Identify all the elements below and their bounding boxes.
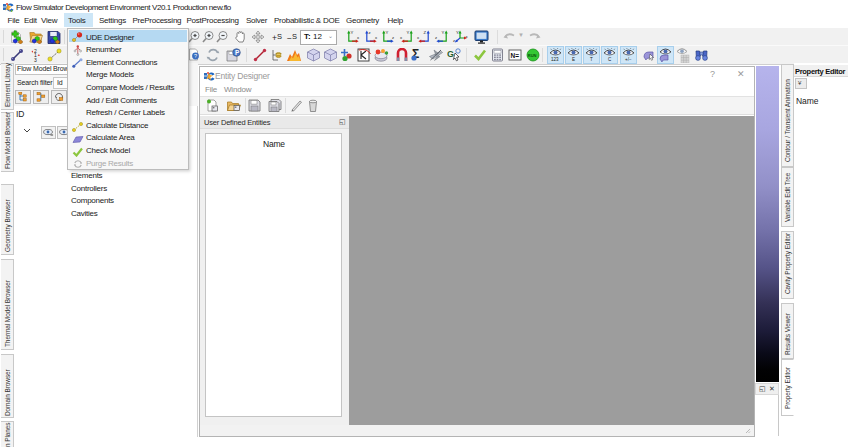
svg-text:x: x [375, 35, 378, 40]
svg-text:x: x [417, 35, 420, 40]
svg-text:3: 3 [34, 57, 37, 63]
svg-text:Y: Y [456, 30, 459, 35]
svg-text:N=: N= [511, 52, 520, 59]
svg-text:Y: Y [441, 30, 444, 35]
svg-text:z: z [368, 30, 370, 35]
svg-text:G: G [447, 49, 454, 59]
svg-text:z: z [392, 35, 394, 40]
svg-text:RUN: RUN [528, 53, 537, 58]
svg-text:Y: Y [386, 30, 389, 35]
svg-text:Y: Y [351, 30, 354, 35]
svg-text:Y: Y [406, 30, 409, 35]
svg-text:P: P [235, 49, 240, 56]
svg-text:z: z [435, 35, 437, 40]
svg-text:Z: Z [424, 30, 427, 35]
svg-text:x: x [400, 35, 403, 40]
svg-text:?: ? [194, 53, 197, 59]
svg-text:x: x [357, 35, 360, 40]
svg-text:z: z [453, 38, 455, 43]
